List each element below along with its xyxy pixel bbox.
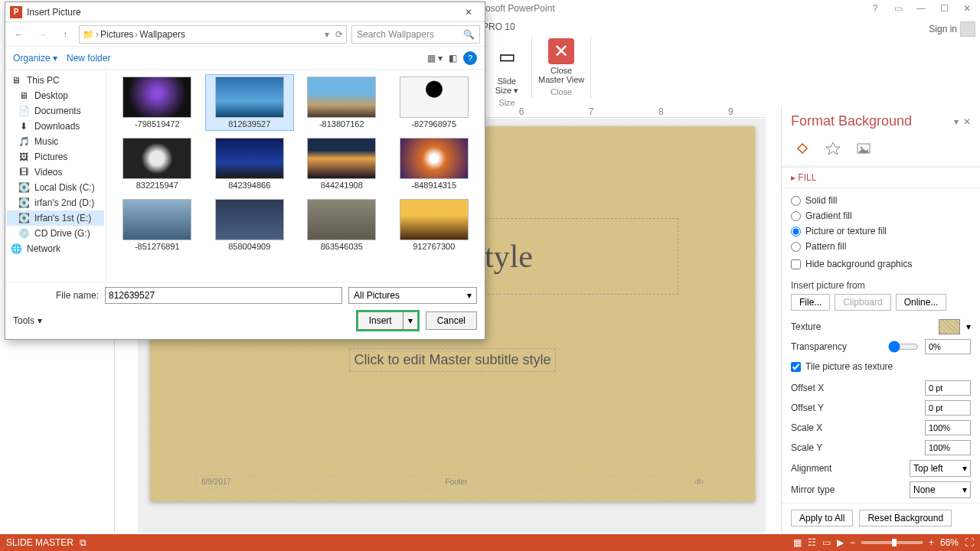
file-item[interactable]: 844241908 <box>297 135 387 192</box>
sign-in-link[interactable]: Sign in <box>929 24 957 34</box>
offset-y-spinner[interactable]: 0 pt <box>925 400 971 416</box>
close-icon[interactable]: ✕ <box>959 2 975 15</box>
zoom-in-icon[interactable]: + <box>929 537 934 548</box>
file-item[interactable]: 832215947 <box>113 135 202 192</box>
transparency-slider[interactable] <box>888 341 919 353</box>
texture-picker[interactable] <box>939 319 960 334</box>
tree-item[interactable]: 🎵Music <box>7 134 104 149</box>
texture-dropdown-icon[interactable]: ▾ <box>966 321 971 332</box>
crumb-pictures[interactable]: Pictures <box>100 29 133 40</box>
online-button[interactable]: Online... <box>896 294 947 311</box>
tree-item[interactable]: 💽Irfan's 1st (E:) <box>7 210 104 226</box>
tree-item-label: Desktop <box>34 90 68 101</box>
alignment-combo[interactable]: Top left▾ <box>910 460 971 477</box>
file-item[interactable]: -851276891 <box>113 197 202 253</box>
organize-menu[interactable]: Organize ▾ <box>13 53 57 64</box>
file-item[interactable]: -827968975 <box>390 74 479 131</box>
tree-item[interactable]: ⬇Downloads <box>7 119 104 134</box>
fill-tab-icon[interactable] <box>791 137 814 160</box>
file-pane[interactable]: -798519472812639527-813807162-8279689758… <box>106 70 485 282</box>
zoom-value[interactable]: 66% <box>940 537 959 548</box>
zoom-out-icon[interactable]: − <box>850 537 855 548</box>
breadcrumb[interactable]: 📁 › Pictures › Wallpapers ▾ ⟳ <box>79 25 347 44</box>
up-icon[interactable]: ↑ <box>56 25 74 44</box>
offset-x-spinner[interactable]: 0 pt <box>925 380 971 396</box>
tree-item[interactable]: 💿CD Drive (G:) <box>7 226 104 241</box>
slidenum-placeholder[interactable]: ‹#› <box>579 475 709 491</box>
search-icon[interactable]: 🔍 <box>463 29 475 40</box>
dialog-close-icon[interactable]: ✕ <box>457 5 480 20</box>
file-item[interactable]: -798519472 <box>113 74 202 131</box>
filename-input[interactable] <box>105 287 342 304</box>
view-mode-icon[interactable]: ▦ ▾ <box>427 53 443 64</box>
minimize-icon[interactable]: — <box>913 2 929 15</box>
tree-item[interactable]: 🖥This PC <box>7 73 104 88</box>
transparency-spinner[interactable]: 0% <box>925 339 971 354</box>
new-folder-button[interactable]: New folder <box>67 53 110 64</box>
tree-item[interactable]: 📄Documents <box>7 103 104 119</box>
filetype-combo[interactable]: All Pictures▾ <box>348 287 477 304</box>
crumb-wallpapers[interactable]: Wallpapers <box>139 29 185 40</box>
solid-fill-radio[interactable]: Solid fill <box>791 193 971 208</box>
reading-view-icon[interactable]: ▭ <box>822 537 831 548</box>
file-item[interactable]: 812639527 <box>205 74 295 131</box>
fit-view-icon[interactable]: ⛶ <box>965 537 974 548</box>
file-item[interactable]: -813807162 <box>297 74 387 131</box>
tree-item[interactable]: 🖼Pictures <box>7 149 104 165</box>
apply-all-button[interactable]: Apply to All <box>791 510 853 527</box>
scale-y-spinner[interactable]: 100% <box>925 440 971 455</box>
insert-dropdown-icon[interactable]: ▾ <box>403 311 418 330</box>
footer-placeholder[interactable]: Footer <box>357 475 556 491</box>
picture-fill-radio[interactable]: Picture or texture fill <box>791 223 971 239</box>
slideshow-view-icon[interactable]: ▶ <box>837 537 844 548</box>
preview-pane-icon[interactable]: ◧ <box>449 53 457 64</box>
file-item[interactable]: -848914315 <box>390 135 479 192</box>
cancel-button[interactable]: Cancel <box>426 311 477 330</box>
tile-check[interactable]: Tile picture as texture <box>791 357 971 378</box>
subtitle-placeholder[interactable]: Click to edit Master subtitle style <box>349 348 556 372</box>
avatar-icon[interactable] <box>960 21 975 37</box>
tools-menu[interactable]: Tools ▾ <box>13 315 42 326</box>
forward-icon[interactable]: → <box>33 25 51 44</box>
hide-bg-graphics-check[interactable]: Hide background graphics <box>791 254 971 276</box>
file-item[interactable]: 858004909 <box>205 197 295 253</box>
tree-item[interactable]: 🌐Network <box>7 241 104 256</box>
tree-item[interactable]: 💽Local Disk (C:) <box>7 180 104 195</box>
gradient-fill-radio[interactable]: Gradient fill <box>791 208 971 223</box>
ribbon-options-icon[interactable]: ▭ <box>890 2 906 15</box>
picture-tab-icon[interactable] <box>852 137 875 160</box>
search-input[interactable]: Search Wallpapers 🔍 <box>351 25 480 44</box>
zoom-slider[interactable] <box>861 541 923 544</box>
pane-move-icon[interactable]: ▾ <box>954 116 959 127</box>
file-item[interactable]: 842394866 <box>205 135 295 192</box>
crumb-drop-icon[interactable]: ▾ <box>325 29 329 40</box>
refresh-icon[interactable]: ⟳ <box>335 29 343 40</box>
pattern-fill-radio[interactable]: Pattern fill <box>791 239 971 254</box>
tree-item-label: Pictures <box>34 152 67 162</box>
status-config-icon[interactable]: ⧉ <box>80 537 87 548</box>
tree-item[interactable]: 💽irfan's 2nd (D:) <box>7 195 104 210</box>
reset-bg-button[interactable]: Reset Background <box>859 510 952 527</box>
slide-size-button[interactable]: ▭ <box>488 38 525 75</box>
back-icon[interactable]: ← <box>10 25 28 44</box>
mirror-combo[interactable]: None▾ <box>910 481 971 498</box>
tree-item[interactable]: 🖥Desktop <box>7 88 104 103</box>
scale-x-spinner[interactable]: 100% <box>925 420 971 435</box>
date-placeholder[interactable]: 8/9/2017 <box>196 475 334 491</box>
close-master-button[interactable]: ✕ <box>548 38 574 64</box>
insert-button[interactable]: Insert <box>358 311 403 330</box>
dlg-help-icon[interactable]: ? <box>463 51 477 65</box>
normal-view-icon[interactable]: ▦ <box>793 537 802 548</box>
nav-tree[interactable]: 🖥This PC🖥Desktop📄Documents⬇Downloads🎵Mus… <box>5 70 106 282</box>
ribbon-tab[interactable]: PRO 10 <box>482 21 515 32</box>
file-item[interactable]: 863546035 <box>297 197 387 253</box>
help-icon[interactable]: ? <box>867 2 884 15</box>
tree-item[interactable]: 🎞Videos <box>7 165 104 180</box>
file-button[interactable]: File... <box>791 294 830 311</box>
fill-section-header[interactable]: ▸ FILL <box>791 172 816 183</box>
restore-icon[interactable]: ☐ <box>936 2 952 15</box>
pane-close-icon[interactable]: ✕ <box>963 116 971 127</box>
file-item[interactable]: 912767300 <box>390 197 479 253</box>
sorter-view-icon[interactable]: ☷ <box>808 537 816 548</box>
effects-tab-icon[interactable] <box>822 137 844 160</box>
